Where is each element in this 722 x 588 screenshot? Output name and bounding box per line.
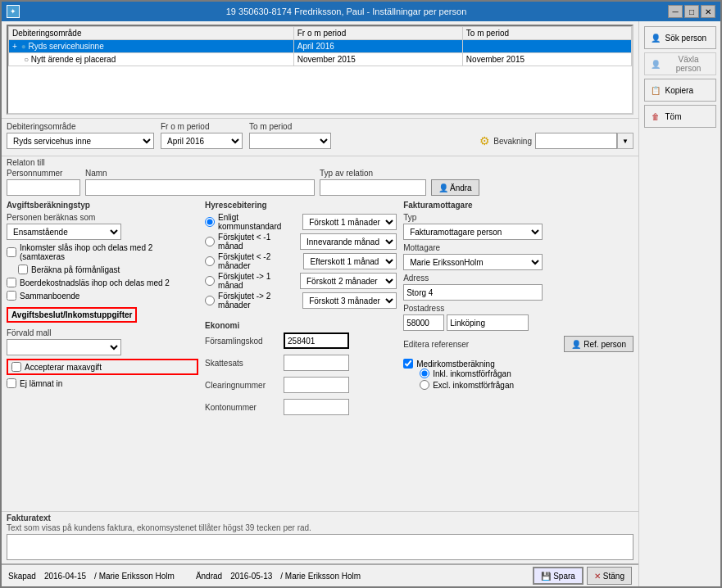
radio-plus1[interactable]	[205, 276, 215, 286]
spara-button[interactable]: 💾 Spara	[533, 567, 584, 585]
postadress-label: Postadress	[403, 304, 633, 313]
clearing-input[interactable]	[284, 377, 349, 393]
postnummer-input[interactable]	[403, 314, 444, 331]
mottagare-group: Mottagare Marie ErikssonHolm	[403, 243, 633, 270]
clearing-label: Clearingnummer	[205, 381, 279, 390]
excl-label: Excl. inkomstförfrågan	[433, 381, 514, 390]
radio-minus1[interactable]	[205, 237, 215, 247]
vaxla-person-button[interactable]: 👤 Växla person	[644, 52, 716, 75]
radio-kommunstandard[interactable]	[205, 217, 215, 227]
radio-group: Enligt kommunstandard Förskott 1 månader…	[205, 213, 397, 311]
skapad-label: Skapad	[8, 572, 36, 581]
boerdekostnad-label: Boerdekostnadsläs ihop och delas med 2	[20, 278, 170, 287]
boerdekostnad-checkbox-row: Boerdekostnadsläs ihop och delas med 2	[7, 278, 198, 287]
faktura-typ-label: Typ	[403, 213, 633, 222]
mid-col: Hyrescebitering Enligt kommunstandard Fö…	[205, 201, 397, 508]
hyrescebitering-label: Hyrescebitering	[205, 201, 397, 210]
forvald-mall-select[interactable]	[7, 339, 121, 355]
window-title: 19 350630-8174 Fredriksson, Paul - Instä…	[25, 7, 668, 16]
ort-input[interactable]	[447, 314, 529, 331]
sammanboende-label: Sammanboende	[20, 292, 79, 301]
hyres-select-1[interactable]: Innevarande månad	[300, 233, 397, 250]
editera-label: Editera referenser	[403, 340, 469, 349]
tom-label: Töm	[665, 112, 682, 121]
forsamlingskod-input[interactable]	[284, 332, 349, 349]
bevakning-input[interactable]: Klicka här	[535, 133, 617, 149]
debiteringsomrade-table[interactable]: Debiteringsområde Fr o m period To m per…	[7, 25, 633, 115]
minimize-button[interactable]: ─	[668, 5, 683, 18]
faktura-section-label: Fakturamottagare	[403, 201, 633, 210]
person-beraknas-select[interactable]: Ensamstående	[7, 224, 121, 240]
hyres-select-2[interactable]: Efterskott 1 månad	[303, 253, 397, 269]
from-period-select[interactable]: April 2016	[161, 133, 243, 149]
titlebar: ✦ 19 350630-8174 Fredriksson, Paul - Ins…	[2, 2, 720, 21]
personnummer-input[interactable]	[7, 179, 80, 196]
forvald-mall-label: Förvald mall	[7, 328, 198, 337]
table-row[interactable]: + ● Ryds servicehusinne April 2016	[9, 40, 632, 53]
hyres-select-4[interactable]: Förskott 3 månader	[302, 292, 397, 309]
stang-button[interactable]: ✕ Stäng	[587, 567, 632, 585]
row-from: November 2015	[293, 53, 462, 66]
bevakning-input-group: Klicka här ▼	[535, 133, 633, 149]
row-to: November 2015	[462, 53, 631, 66]
radio-row-0: Enligt kommunstandard Förskott 1 månader	[205, 213, 397, 231]
kopiera-icon: 📋	[648, 83, 663, 97]
andra-button[interactable]: 👤 Ändra	[431, 179, 479, 196]
boerdekostnad-checkbox[interactable]	[7, 278, 16, 287]
accepterar-checkbox[interactable]	[11, 362, 21, 372]
radio-minus2[interactable]	[205, 256, 215, 266]
to-period-select[interactable]	[249, 133, 331, 149]
namn-input[interactable]	[85, 179, 315, 196]
fakturatext-label: Fakturatext	[7, 513, 633, 522]
window-controls: ─ □ ✕	[668, 5, 715, 18]
ref-person-button[interactable]: 👤 Ref. person	[564, 336, 633, 352]
clearing-row: Clearingnummer	[205, 377, 397, 393]
inkl-radio-row: Inkl. inkomstförfrågan	[420, 369, 633, 378]
medinkoms-checkbox[interactable]	[403, 359, 413, 369]
inkomster-checkbox[interactable]	[7, 247, 16, 257]
row-name: Nytt ärende ej placerad	[31, 55, 116, 64]
table-row[interactable]: ○ Nytt ärende ej placerad November 2015 …	[9, 53, 632, 66]
faktura-typ-select[interactable]: Fakturamottagare person	[403, 224, 543, 240]
skattesats-input[interactable]	[284, 355, 349, 371]
formaniligast-label: Beräkna på förmånligast	[31, 265, 120, 274]
sok-person-button[interactable]: 👤 Sök person	[644, 26, 716, 49]
adress-input[interactable]	[403, 284, 543, 301]
avgiftsbeslut-label: Avgiftsbeslut/Inkomstuppgifter	[7, 307, 137, 323]
hyres-select-3[interactable]: Förskott 2 månader	[300, 273, 397, 289]
debiteringsomrade-select[interactable]: Ryds servicehus inne	[7, 133, 154, 149]
radio-label-4: Förskjutet -> 2 månader	[218, 292, 299, 310]
formaniligast-checkbox[interactable]	[18, 265, 28, 274]
fakturatext-input[interactable]	[7, 534, 633, 560]
andrad-label: Ändrad	[196, 572, 222, 581]
main-window: ✦ 19 350630-8174 Fredriksson, Paul - Ins…	[0, 0, 722, 588]
skattesats-row: Skattesats	[205, 355, 397, 371]
right-sidebar: 👤 Sök person 👤 Växla person 📋 Kopiera 🗑 …	[638, 21, 720, 586]
skapad-by: / Marie Eriksson Holm	[94, 572, 175, 581]
bevakning-dropdown[interactable]: ▼	[617, 133, 633, 149]
inkl-radio[interactable]	[420, 369, 429, 378]
personnummer-group: Personnummer	[7, 169, 80, 196]
ekonomi-label: Ekonomi	[205, 321, 397, 330]
sammanboende-checkbox-row: Sammanboende	[7, 291, 198, 301]
expand-icon: +	[12, 42, 17, 51]
radio-label-0: Enligt kommunstandard	[218, 213, 299, 231]
hyres-select-0[interactable]: Förskott 1 månader	[302, 214, 397, 230]
app-icon: ✦	[7, 5, 20, 18]
tom-button[interactable]: 🗑 Töm	[644, 105, 716, 128]
inkomster-checkbox-row: Inkomster slås ihop och delas med 2 (sam…	[7, 243, 198, 261]
kopiera-button[interactable]: 📋 Kopiera	[644, 79, 716, 102]
medinkoms-section: Medirkоmstberäkning Inkl. inkomstförfråg…	[403, 359, 633, 391]
typ-relation-input[interactable]	[320, 179, 426, 196]
close-button[interactable]: ✕	[701, 5, 715, 18]
radio-row-1: Förskjutet < -1 månad Innevarande månad	[205, 233, 397, 251]
mottagare-select[interactable]: Marie ErikssonHolm	[403, 254, 543, 270]
ej-lamnat-checkbox[interactable]	[7, 378, 16, 388]
konto-input[interactable]	[284, 399, 349, 415]
mottagare-label: Mottagare	[403, 243, 633, 252]
radio-plus2[interactable]	[205, 296, 215, 305]
sammanboende-checkbox[interactable]	[7, 291, 16, 301]
fakturatext-desc: Text som visas på kundens faktura, ekono…	[7, 523, 633, 532]
excl-radio[interactable]	[420, 380, 429, 390]
maximize-button[interactable]: □	[684, 5, 699, 18]
